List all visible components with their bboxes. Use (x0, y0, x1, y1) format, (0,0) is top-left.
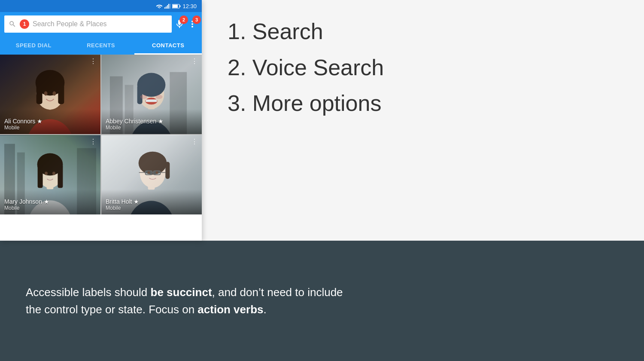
bottom-text-part3: . (264, 303, 267, 316)
svg-point-15 (44, 91, 48, 95)
svg-point-31 (155, 95, 162, 99)
svg-point-16 (52, 91, 56, 95)
svg-rect-6 (180, 5, 181, 7)
more-options-button[interactable]: 3 (187, 19, 197, 29)
contact-info-mary: Mary Johnson ★ Mobile (0, 190, 100, 214)
dots-icon-britta[interactable]: ⋮ (191, 138, 198, 145)
search-placeholder: Search People & Places (33, 20, 167, 28)
svg-point-48 (139, 152, 167, 175)
badge-2: 2 (179, 15, 188, 24)
contact-info-abbey: Abbey Christensen ★ Mobile (101, 109, 202, 134)
tab-speed-dial[interactable]: SPEED DIAL (0, 36, 67, 55)
svg-point-57 (148, 171, 150, 174)
svg-rect-2 (167, 5, 168, 9)
svg-point-29 (154, 91, 157, 94)
svg-rect-1 (166, 6, 167, 9)
status-time: 12:30 (182, 3, 197, 9)
svg-point-28 (146, 91, 149, 94)
search-icon (9, 20, 16, 28)
dots-icon-mary[interactable]: ⋮ (90, 138, 97, 145)
badge-3: 3 (192, 15, 201, 24)
contact-name-mary: Mary Johnson ★ (4, 198, 96, 205)
badge-1: 1 (20, 19, 29, 29)
wifi-icon (156, 3, 163, 9)
instruction-1-label: Search (252, 19, 323, 44)
contact-name-britta: Britta Holt ★ (106, 198, 197, 205)
instruction-3-label: More options (252, 91, 382, 116)
contact-abbey[interactable]: ⋮ Abbey Christensen ★ Mobile (101, 55, 202, 134)
bottom-section: Accessible labels should be succinct, an… (0, 241, 644, 361)
status-icons: 12:30 (156, 3, 197, 9)
svg-rect-14 (58, 83, 64, 104)
battery-icon (172, 4, 181, 9)
top-section: 12:30 1 Search People & Places 2 (0, 0, 644, 241)
contact-britta[interactable]: ⋮ Britta Holt ★ Mobile (101, 135, 202, 214)
dots-icon-ali[interactable]: ⋮ (90, 58, 97, 65)
status-bar: 12:30 (0, 0, 202, 12)
svg-rect-3 (168, 4, 169, 9)
svg-point-43 (52, 171, 55, 175)
svg-rect-40 (38, 164, 43, 188)
contact-name-ali: Ali Connors ★ (4, 118, 96, 125)
instruction-3: 3. More options (228, 89, 618, 118)
tab-contacts[interactable]: CONTACTS (134, 36, 202, 55)
mic-button[interactable]: 2 (174, 19, 185, 29)
contact-ali[interactable]: ⋮ Ali Connors ★ Mobile (0, 55, 100, 134)
search-input-container[interactable]: 1 Search People & Places (4, 15, 172, 33)
contacts-grid: ⋮ Ali Connors ★ Mobile (0, 55, 202, 214)
svg-rect-41 (58, 164, 63, 188)
instruction-2-label: Voice Search (252, 55, 384, 80)
svg-rect-49 (165, 162, 170, 179)
svg-rect-0 (164, 7, 165, 9)
contact-name-abbey: Abbey Christensen ★ (106, 118, 197, 125)
search-bar: 1 Search People & Places 2 3 (0, 12, 202, 36)
contact-type-abbey: Mobile (106, 125, 197, 131)
svg-rect-27 (146, 99, 157, 102)
contact-type-britta: Mobile (106, 205, 197, 211)
instruction-2: 2. Voice Search (228, 53, 618, 83)
instructions-panel: 1. Search 2. Voice Search 3. More option… (202, 0, 644, 135)
contact-info-britta: Britta Holt ★ Mobile (101, 190, 202, 214)
svg-rect-4 (170, 4, 170, 9)
svg-rect-25 (137, 85, 143, 104)
svg-rect-7 (173, 5, 178, 8)
instruction-2-number: 2. (228, 55, 246, 80)
instruction-1: 1. Search (228, 17, 618, 46)
instruction-3-number: 3. (228, 91, 246, 116)
bottom-text-part1: Accessible labels should (26, 286, 151, 299)
instruction-1-number: 1. (228, 19, 246, 44)
svg-rect-13 (36, 83, 43, 104)
signal-icon (164, 4, 170, 9)
bottom-text: Accessible labels should be succinct, an… (26, 284, 352, 318)
tab-recents[interactable]: RECENTS (67, 36, 135, 55)
bottom-text-bold1: be succinct (151, 286, 212, 299)
phone-mockup: 12:30 1 Search People & Places 2 (0, 0, 202, 241)
svg-point-42 (45, 171, 48, 175)
tabs-bar: SPEED DIAL RECENTS CONTACTS (0, 36, 202, 55)
bottom-text-bold2: action verbs (197, 303, 263, 316)
contact-type-ali: Mobile (4, 125, 96, 131)
contact-info-ali: Ali Connors ★ Mobile (0, 109, 100, 134)
contact-mary[interactable]: ⋮ Mary Johnson ★ Mobile (0, 135, 100, 214)
svg-point-58 (155, 171, 158, 174)
dots-icon-abbey[interactable]: ⋮ (191, 58, 198, 65)
contact-type-mary: Mobile (4, 205, 96, 211)
svg-point-30 (140, 95, 147, 99)
